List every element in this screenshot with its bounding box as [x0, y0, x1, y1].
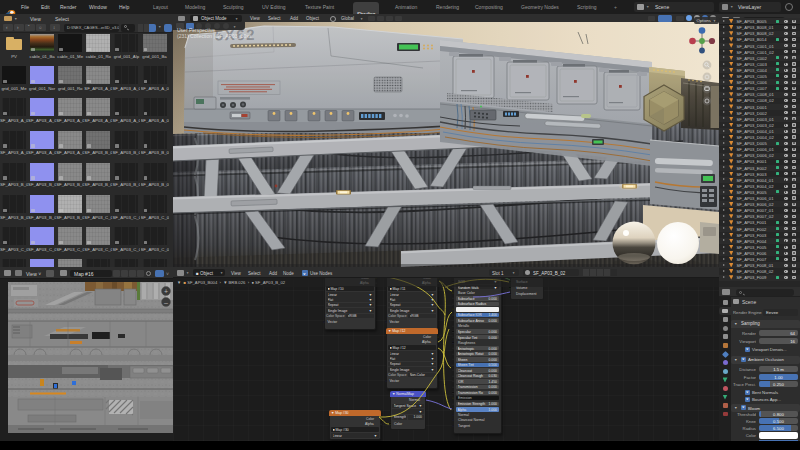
- svg-text:+: +: [164, 288, 168, 295]
- svg-text:–: –: [164, 299, 168, 306]
